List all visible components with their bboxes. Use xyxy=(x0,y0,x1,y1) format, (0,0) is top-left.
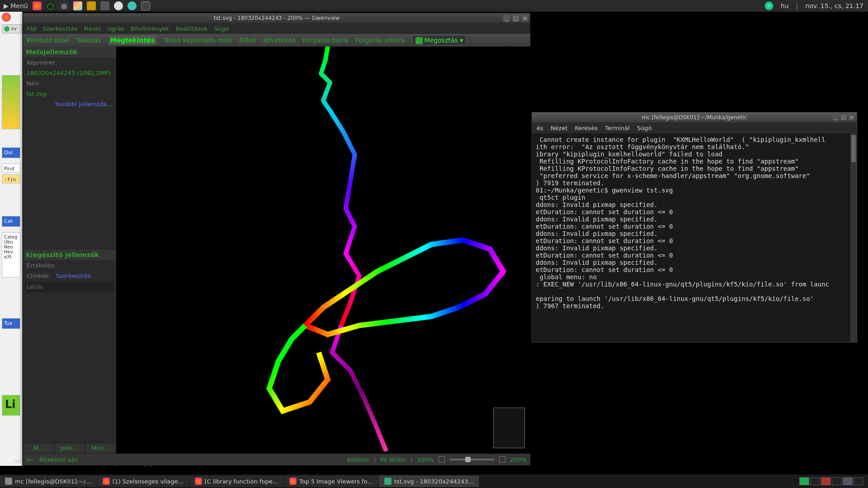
desktop-pager[interactable] xyxy=(799,477,868,485)
menu-plugins[interactable]: Bővítmények xyxy=(131,25,169,32)
clock[interactable]: nov. 15., cs, 21.17 xyxy=(805,2,863,9)
maximize-button[interactable]: □ xyxy=(840,114,847,120)
menu-edit[interactable]: Szerkesztés xyxy=(42,25,77,32)
menu-terminal[interactable]: Terminál xyxy=(605,125,630,131)
tab-folders[interactable]: M… xyxy=(23,443,54,454)
image-name-label: Név: xyxy=(23,78,116,89)
gwenview-window: tst.svg - 180320x244243 - 200% — Gwenvie… xyxy=(23,13,531,466)
menu-file[interactable]: Fájl xyxy=(27,25,36,32)
tray-icon[interactable]: ◯ xyxy=(46,1,55,10)
terminal-icon xyxy=(5,478,12,485)
firefox-icon xyxy=(103,478,110,485)
tray-icon[interactable] xyxy=(114,1,123,10)
tab-operations[interactable]: Műv… xyxy=(85,443,116,454)
rotate-right-button[interactable]: Forgatás jobbra xyxy=(355,37,405,44)
browse-button[interactable]: Tallózás xyxy=(76,37,101,44)
toolbar: Kiinduló oldal Tallózás Megtekintés Telj… xyxy=(23,34,530,47)
more-properties-link[interactable]: További jellemzők… xyxy=(23,99,116,109)
rating-label: Értékelés: xyxy=(23,260,116,271)
menu-search[interactable]: Keresés xyxy=(575,125,597,131)
menu-item[interactable]: és xyxy=(537,125,543,131)
browser-tab: sv xyxy=(2,24,22,33)
window-titlebar[interactable]: tst.svg - 180320x244243 - 200% — Gwenvie… xyxy=(23,13,530,23)
keyboard-layout[interactable]: hu xyxy=(781,2,789,9)
prev-button[interactable]: Előző xyxy=(239,37,256,44)
statusbar: |← Áttekintő sáv Kitöltés | Fit Width | … xyxy=(23,454,530,465)
start-page-button[interactable]: Kiinduló oldal xyxy=(27,37,69,44)
zoom-fitwidth-button[interactable]: Fit Width xyxy=(380,456,406,463)
menubar: Fájl Szerkesztés Nézet Ugrás Bővítmények… xyxy=(23,23,530,34)
minimize-button[interactable]: _ xyxy=(503,14,510,22)
menu-settings[interactable]: Beállítások xyxy=(175,25,208,32)
image-size-value: 180320x244243 (1092.2MP) xyxy=(23,68,116,78)
menu-help[interactable]: Súgó xyxy=(637,125,652,131)
menu-help[interactable]: Súgó xyxy=(214,25,229,32)
background-window: sv Qui Find :fin Cat CategUbuNeoHeveXt T… xyxy=(0,12,23,466)
edit-tags-link[interactable]: Szerkesztés xyxy=(56,272,91,279)
image-name-value: tst.svg xyxy=(23,89,116,99)
overview-strip[interactable]: Áttekintő sáv xyxy=(39,456,78,463)
share-icon xyxy=(415,37,423,44)
firefox-icon[interactable] xyxy=(33,1,42,10)
taskbar-item[interactable]: [C library function fope… xyxy=(190,476,283,487)
tray-icon[interactable] xyxy=(87,1,96,10)
app-menu-button[interactable]: ▶ Menü xyxy=(4,2,28,9)
svg-image xyxy=(116,47,530,451)
tray-icon[interactable]: ◎ xyxy=(60,1,69,10)
window-title: mc [fellegis@DSK01]:~/Munka/genetic xyxy=(642,114,747,121)
menu-view[interactable]: Nézet xyxy=(84,25,101,32)
zoom-fill-button[interactable]: Kitöltés xyxy=(347,456,369,463)
menubar: és Nézet Keresés Terminál Súgó xyxy=(532,122,857,133)
description-field[interactable]: Leírás xyxy=(25,282,114,293)
terminal-output[interactable]: Cannot create instance for plugin "KXMLH… xyxy=(532,133,857,312)
minimize-button[interactable]: _ xyxy=(832,114,839,120)
image-size-label: Képméret: xyxy=(23,57,116,68)
rotate-left-button[interactable]: Forgatás balra xyxy=(302,37,348,44)
share-button[interactable]: Megosztás ▾ xyxy=(412,35,467,46)
maximize-button[interactable]: □ xyxy=(512,14,519,22)
fullscreen-button[interactable]: Teljes képernyős mód xyxy=(164,37,232,44)
zoom-slider[interactable] xyxy=(449,459,495,460)
view-button[interactable]: Megtekintés xyxy=(108,36,156,45)
taskbar: mc [fellegis@DSK01]:~/… (1) Szelsoseges … xyxy=(0,474,868,488)
firefox-icon xyxy=(195,478,202,485)
app-menu-label: Menü xyxy=(10,2,28,9)
sidebar: Metajellemzők Képméret: 180320x244243 (1… xyxy=(23,47,116,454)
zoom-value: 200% xyxy=(510,456,527,463)
arrow-icon[interactable]: |← xyxy=(27,456,33,463)
image-canvas[interactable] xyxy=(116,47,530,454)
menu-go[interactable]: Ugrás xyxy=(107,25,124,32)
terminal-window: mc [fellegis@DSK01]:~/Munka/genetic _ □ … xyxy=(532,112,857,343)
chrome-icon[interactable] xyxy=(73,1,82,10)
close-button[interactable]: × xyxy=(849,114,855,120)
next-button[interactable]: Következő xyxy=(263,37,296,44)
zoom-out-icon[interactable] xyxy=(439,456,445,463)
zoom-100-button[interactable]: 100% xyxy=(417,456,434,463)
meta-header: Metajellemzők xyxy=(23,47,116,57)
window-title: tst.svg - 180320x244243 - 200% — Gwenvie… xyxy=(214,15,340,21)
tab-properties[interactable]: Jelle… xyxy=(54,443,85,454)
taskbar-item[interactable]: mc [fellegis@DSK01]:~/… xyxy=(0,476,97,487)
firefox-icon xyxy=(2,13,11,22)
extra-header: Kiegészítő jellemzők xyxy=(23,249,116,260)
taskbar-item[interactable]: (1) Szelsoseges vilage… xyxy=(98,476,189,487)
menu-view[interactable]: Nézet xyxy=(551,125,568,131)
separator-icon: | xyxy=(796,2,798,9)
scrollbar[interactable] xyxy=(850,133,857,342)
close-button[interactable]: × xyxy=(521,14,528,22)
taskbar-item[interactable]: Top 5 Image Viewers fo… xyxy=(284,476,378,487)
navigator-box[interactable] xyxy=(493,408,525,448)
firefox-icon xyxy=(289,478,297,485)
tray-icon[interactable] xyxy=(127,1,137,10)
tags-label: Címkék: xyxy=(27,272,50,279)
gwenview-icon xyxy=(384,478,392,485)
zoom-in-icon[interactable] xyxy=(499,456,505,463)
tray-icon[interactable] xyxy=(100,1,109,10)
network-icon[interactable] xyxy=(764,1,774,10)
taskbar-item[interactable]: tst.svg - 180320x244243… xyxy=(379,476,479,487)
terminal-icon[interactable] xyxy=(141,1,150,10)
window-titlebar[interactable]: mc [fellegis@DSK01]:~/Munka/genetic _ □ … xyxy=(532,113,857,122)
